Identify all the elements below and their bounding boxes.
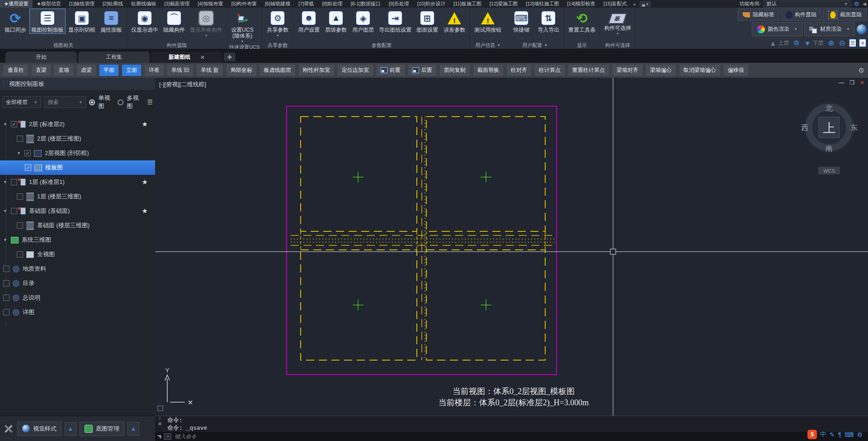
zoom-in-button[interactable]: ⊕ bbox=[827, 38, 836, 48]
tree-row-floor2-3d[interactable]: 2层 (楼层三维图) bbox=[0, 131, 155, 146]
show-all-members-button[interactable]: ◎显示所有构件▾ bbox=[188, 9, 224, 38]
user-settings-button[interactable]: ☻用户设置 bbox=[296, 9, 322, 34]
menu-item-section[interactable]: [3]截面管理 bbox=[160, 0, 193, 8]
render-sphere-icon[interactable] bbox=[857, 24, 867, 34]
multi-view-radio[interactable] bbox=[118, 99, 123, 105]
color-render-button[interactable]: 颜色渲染▼ bbox=[752, 22, 802, 36]
menu-item-load[interactable]: [7]荷载 bbox=[294, 0, 318, 8]
vertical-column-button[interactable]: 垂直柱 bbox=[4, 65, 28, 76]
rigid-bar-widen-button[interactable]: 刚性杆加宽 bbox=[299, 65, 334, 76]
menu-item-outline-edit[interactable]: 轮廓线编辑 bbox=[127, 0, 160, 8]
reset-toolbar-button[interactable]: ⟲重置工具条 bbox=[566, 9, 597, 34]
drawing-view-settings-button[interactable]: ⊞图面设置 bbox=[414, 9, 440, 34]
menu-item-wall-column-drawing[interactable]: [13]墙柱施工图 bbox=[522, 0, 563, 8]
plan-view-button[interactable]: 平面 bbox=[99, 65, 118, 76]
command-panel-handle[interactable]: ⣿ ✕ bbox=[156, 417, 163, 432]
send-back-button[interactable]: 后置 bbox=[408, 65, 436, 76]
column-align-button[interactable]: 柱对齐 bbox=[507, 65, 531, 76]
maximize-icon[interactable]: ❐ bbox=[849, 80, 854, 86]
show-selected-only-button[interactable]: ◉仅显示选中 bbox=[129, 9, 160, 34]
expand-icon[interactable]: ▼ bbox=[3, 209, 8, 213]
zoom-out-button[interactable]: ⊖ bbox=[838, 38, 847, 48]
compass-east[interactable]: 东 bbox=[850, 124, 858, 131]
property-panel-button[interactable]: ≡属性面板 bbox=[98, 9, 124, 34]
expand-icon[interactable]: ▼ bbox=[3, 238, 8, 242]
tree-row-floor1-3d[interactable]: 1层 (楼层三维图) bbox=[0, 189, 155, 204]
beam-wall-align-button[interactable]: 梁墙对齐 bbox=[613, 65, 642, 76]
compass-north[interactable]: 北 bbox=[826, 104, 833, 112]
menu-overflow-icon[interactable]: » bbox=[631, 0, 638, 8]
expand-icon[interactable]: ▼ bbox=[3, 180, 8, 184]
menu-item-model-check[interactable]: [14]模型检查 bbox=[563, 0, 599, 8]
locating-edge-widen-button[interactable]: 定位边加宽 bbox=[338, 65, 373, 76]
show-clip-box-button[interactable]: ▣显示剖切框 bbox=[66, 9, 97, 34]
drawing-viewport[interactable]: Y ✕ 北 南 西 东 上 WCS 当前视图：体系0_2层视图_模板图 当前楼层… bbox=[155, 78, 868, 416]
member-selectable-button[interactable]: 板构件可选择▾ bbox=[602, 9, 633, 36]
checkbox[interactable] bbox=[3, 295, 9, 301]
menu-item-data-interface[interactable]: [8-1]数据接口 bbox=[347, 0, 385, 8]
straight-beam-button[interactable]: 直梁 bbox=[32, 65, 51, 76]
straight-wall-button[interactable]: 直墙 bbox=[54, 65, 73, 76]
view-compass[interactable]: 北 南 西 东 上 WCS bbox=[801, 102, 858, 174]
menu-item-postprocess[interactable]: [9]后处理 bbox=[385, 0, 413, 8]
checkbox[interactable] bbox=[3, 280, 9, 286]
group-label-user-info[interactable]: 用户信息▼ bbox=[472, 42, 503, 49]
column-calc-point-button[interactable]: 柱计算点 bbox=[535, 65, 565, 76]
viewport-sync-button[interactable]: ⟳视口同步 bbox=[2, 9, 28, 34]
panel-tree-icon[interactable]: ☰ bbox=[849, 38, 857, 47]
import-export-button[interactable]: ⇅导入导出 bbox=[535, 9, 561, 34]
tree-row-foundation-3d[interactable]: 基础面 (楼层三维图) bbox=[0, 218, 155, 233]
tree-row-full-view[interactable]: 全视图 bbox=[0, 247, 155, 262]
cancel-beam-wall-offset-button[interactable]: 取消梁墙偏心 bbox=[679, 65, 720, 76]
menu-item-axis[interactable]: [1]轴线管理 bbox=[65, 0, 99, 8]
checkbox[interactable] bbox=[3, 309, 9, 315]
command-input[interactable]: 键入命令 bbox=[175, 433, 196, 441]
menu-item-outline[interactable]: [2]轮廓线 bbox=[99, 0, 127, 8]
tools-icon[interactable] bbox=[3, 423, 14, 434]
detail-view-button[interactable]: 详看 bbox=[145, 65, 164, 76]
keyboard-icon[interactable]: ⌨ bbox=[844, 431, 854, 438]
export-drawing-settings-button[interactable]: ⇥导出图纸设置 bbox=[377, 9, 413, 34]
visual-style-expand-button[interactable]: ▲ bbox=[65, 422, 76, 436]
checkbox[interactable] bbox=[11, 208, 17, 214]
search-input[interactable]: 搜索▼ bbox=[44, 96, 86, 108]
copy-between-floors-button[interactable]: 层间复制 bbox=[440, 65, 470, 76]
tree-row-floor2-clipview[interactable]: ▼✓2层视图 (剖切框) bbox=[0, 146, 155, 160]
menu-item-slab-drawing[interactable]: [11]板施工图 bbox=[449, 0, 486, 8]
tree-row-floor2[interactable]: ▼✓2层 (标准层2)★ bbox=[0, 117, 155, 131]
mic-icon[interactable]: ¶ bbox=[838, 431, 842, 438]
menu-item-general-settings[interactable]: ★通用设置 bbox=[0, 0, 33, 8]
upper-floor-button[interactable]: ▲上层 bbox=[768, 38, 790, 48]
base-map-expand-button[interactable]: ▲ bbox=[127, 422, 139, 436]
tree-row-catalog[interactable]: 目录 bbox=[0, 276, 155, 291]
single-view-radio[interactable] bbox=[89, 99, 95, 105]
menu-item-preprocess[interactable]: [8]前处理 bbox=[318, 0, 346, 8]
command-input-row[interactable]: ◥ ▾ 键入命令 bbox=[155, 432, 868, 441]
recent-commands-icon[interactable]: ◥ bbox=[157, 434, 161, 440]
view-control-panel-button[interactable]: ☰视图控制面板 bbox=[29, 9, 66, 34]
menu-item-beam-drawing[interactable]: [12]梁施工图 bbox=[486, 0, 522, 8]
lower-floor-button[interactable]: ▼下层 bbox=[803, 38, 825, 48]
elevation-view-button[interactable]: 立面 bbox=[122, 65, 141, 76]
user-layers-button[interactable]: ◈用户图层 bbox=[350, 9, 376, 34]
tree-row-template-view[interactable]: ✓模板图 bbox=[0, 160, 155, 175]
close-icon[interactable]: ✕ bbox=[860, 80, 864, 86]
tree-row-geology[interactable]: 地质资料 bbox=[0, 262, 155, 276]
tree-row-general-notes[interactable]: 总说明 bbox=[0, 291, 155, 305]
star-icon[interactable]: ★ bbox=[142, 178, 148, 186]
menu-item-smart-layout[interactable]: [4]智能布置 bbox=[193, 0, 227, 8]
tree-row-details[interactable]: 详图 bbox=[0, 305, 155, 319]
set-ucs-button[interactable]: 设置UCS (随体系)▾ bbox=[229, 9, 255, 44]
tolerance-params-button[interactable]: 误差参数 bbox=[441, 9, 467, 34]
toolbar-gear-icon[interactable]: ⚙ bbox=[859, 66, 864, 75]
local-coords-button[interactable]: 局部坐标 bbox=[226, 65, 256, 76]
checkbox[interactable]: ✓ bbox=[24, 150, 31, 156]
expand-icon[interactable]: ▼ bbox=[3, 122, 8, 127]
command-options-icon[interactable]: ▾ bbox=[164, 433, 171, 440]
floor-filter-select[interactable]: 全部楼层▼ bbox=[2, 96, 41, 108]
checkbox[interactable] bbox=[11, 179, 17, 185]
member-visibility-button[interactable]: 构件显隐 bbox=[781, 9, 821, 21]
section-replace-button[interactable]: 截面替换 bbox=[473, 65, 503, 76]
tree-row-system-3d[interactable]: ▼系统三维图 bbox=[0, 233, 155, 247]
language-mode-icon[interactable]: 中 bbox=[820, 431, 826, 439]
